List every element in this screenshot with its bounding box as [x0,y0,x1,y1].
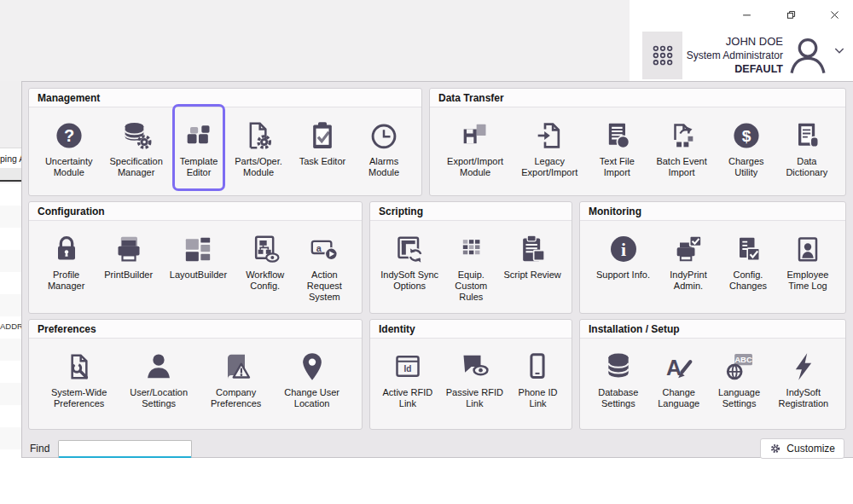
menu-item-workflow-config[interactable]: Workflow Config. [241,229,289,295]
menu-item-label: LayoutBuilder [170,269,227,281]
menu-item-legacy-export-import[interactable]: Legacy Export/Import [519,115,580,182]
group-title: Configuration [29,202,362,221]
minimize-button[interactable] [734,4,759,25]
group-body: Database SettingsChange LanguageLanguage… [580,339,845,429]
action-play-icon [307,232,341,266]
menu-item-uncertainty-module[interactable]: Uncertainty Module [43,115,96,182]
menu-item-label: Company Preferences [211,387,261,409]
dollar-circle-icon [729,119,763,153]
find-input[interactable] [58,440,192,458]
menu-item-label: System-Wide Preferences [51,387,107,409]
group-body: System-Wide PreferencesUser/Location Set… [29,339,362,429]
menu-item-action-request-system[interactable]: Action Request System [300,229,348,307]
menu-item-printbuilder[interactable]: PrintBuilder [102,229,155,284]
menu-item-label: Database Settings [598,387,638,409]
menu-item-task-editor[interactable]: Task Editor [297,115,348,171]
menu-item-parts-oper-module[interactable]: Parts/Oper. Module [232,115,285,182]
menu-item-label: Support Info. [596,269,650,281]
close-button[interactable] [821,4,847,25]
menu-item-specification-manager[interactable]: Specification Manager [107,115,165,182]
menu-item-change-language[interactable]: Change Language [655,346,703,413]
menu-item-equip-custom-rules[interactable]: Equip. Custom Rules [447,229,495,307]
document-gear-icon [241,119,276,153]
menu-item-template-editor[interactable]: Template Editor [175,107,223,188]
group-title: Identity [370,320,572,339]
menu-item-active-rfid-link[interactable]: Active RFID Link [380,346,436,413]
menu-item-employee-time-log[interactable]: Employee Time Log [784,229,832,295]
avatar[interactable] [786,33,830,78]
workflow-eye-icon [248,232,282,266]
customize-button[interactable]: Customize [760,438,844,459]
user-info: JOHN DOE System Administrator DEFAULT [650,34,783,77]
menu-item-database-settings[interactable]: Database Settings [595,346,642,413]
menu-item-label: Data Dictionary [786,156,827,178]
menu-item-label: Script Review [504,269,561,281]
menu-item-passive-rfid-link[interactable]: Passive RFID Link [444,346,506,413]
menu-item-support-info[interactable]: Support Info. [594,229,653,284]
gear-icon [769,443,781,455]
menu-item-change-user-location[interactable]: Change User Location [281,346,342,413]
menu-item-label: Passive RFID Link [446,387,503,409]
menu-item-batch-event-import[interactable]: Batch Event Import [653,115,709,182]
menu-item-script-review[interactable]: Script Review [502,229,564,284]
database-icon [601,350,635,384]
menu-item-user-location-settings[interactable]: User/Location Settings [127,346,190,413]
menu-item-language-settings[interactable]: Language Settings [716,346,763,413]
menu-row-3: PreferencesSystem-Wide PreferencesUser/L… [28,319,846,430]
menu-item-label: Parts/Oper. Module [235,156,282,178]
menu-item-indysoft-registration[interactable]: IndySoft Registration [775,346,831,413]
save-document-icon [458,119,492,153]
group-title: Management [29,89,421,107]
group-title: Installation / Setup [580,320,845,339]
minimize-icon [740,9,753,21]
phone-icon [520,350,554,384]
menu-item-config-changes[interactable]: Config. Changes [724,229,772,295]
menu-item-layoutbuilder[interactable]: LayoutBuilder [167,229,229,284]
menu-item-label: Employee Time Log [787,269,829,292]
chevron-down-icon[interactable] [832,45,847,57]
id-window-icon [391,350,425,384]
menu-item-text-file-import[interactable]: Text File Import [593,115,641,182]
background-row-fragment: ADDR [0,322,21,331]
abc-globe-icon [722,350,757,384]
group-body: Profile ManagerPrintBuilderLayoutBuilder… [29,221,362,313]
menu-item-system-wide-preferences[interactable]: System-Wide Preferences [49,346,109,413]
group-title: Data Transfer [430,89,845,107]
menu-item-indysoft-sync-options[interactable]: IndySoft Sync Options [378,229,441,295]
group-title: Monitoring [580,202,845,221]
group-scripting: ScriptingIndySoft Sync OptionsEquip. Cus… [369,201,572,314]
menu-item-label: Export/Import Module [447,156,503,178]
menu-row-1: ManagementUncertainty ModuleSpecificatio… [28,88,846,196]
document-flow-icon [664,119,699,153]
menu-item-indyprint-admin[interactable]: IndyPrint Admin. [664,229,712,295]
document-wrench-icon [62,350,96,384]
menu-item-label: Uncertainty Module [45,156,93,178]
printer-check-icon [671,232,705,266]
menu-item-label: Profile Manager [48,269,84,292]
background-table-header [0,168,21,182]
menu-item-label: IndyPrint Admin. [670,269,706,292]
menu-item-charges-utility[interactable]: Charges Utility [722,115,770,182]
book-warning-icon [219,350,253,384]
menu-item-label: Task Editor [299,156,345,167]
menu-item-label: PrintBuilder [104,269,153,281]
user-name: JOHN DOE [650,34,783,49]
clipboard-note-icon [515,232,549,266]
restore-icon [785,9,798,21]
menu-item-export-import-module[interactable]: Export/Import Module [444,115,506,182]
menu-item-label: Charges Utility [728,156,764,178]
menu-item-label: Specification Manager [109,156,162,178]
customize-label: Customize [786,443,835,455]
restore-button[interactable] [778,4,804,25]
language-pen-icon [662,350,696,384]
user-role: System Administrator [650,49,783,62]
menu-item-label: Action Request System [307,269,342,304]
menu-item-alarms-module[interactable]: Alarms Module [360,115,408,182]
printer-icon [112,232,146,266]
window-sync-icon [392,232,426,266]
menu-item-company-preferences[interactable]: Company Preferences [208,346,264,413]
menu-item-phone-id-link[interactable]: Phone ID Link [514,346,561,413]
menu-item-data-dictionary[interactable]: Data Dictionary [783,115,831,182]
group-title: Scripting [370,202,572,221]
menu-item-profile-manager[interactable]: Profile Manager [43,229,90,295]
